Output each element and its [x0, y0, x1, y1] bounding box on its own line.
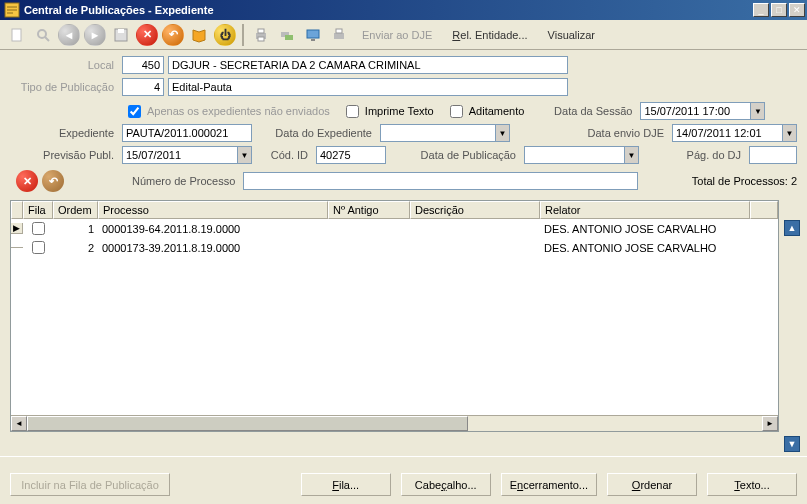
delete-icon[interactable]: ✕ [136, 24, 158, 46]
cell-n-antigo [328, 238, 410, 257]
previsao-publ-combo[interactable]: ▼ [122, 146, 252, 164]
tipo-publicacao-label: Tipo de Publicação [10, 81, 118, 93]
apenas-nao-enviados-checkbox[interactable] [128, 105, 141, 118]
col-ordem[interactable]: Ordem [53, 201, 98, 219]
chevron-down-icon[interactable]: ▼ [782, 124, 797, 142]
tipo-pub-desc[interactable] [168, 78, 568, 96]
numero-processo-label: Número de Processo [132, 175, 239, 187]
print-queue-icon[interactable] [276, 24, 298, 46]
svg-rect-12 [311, 39, 315, 41]
svg-line-3 [45, 37, 49, 41]
cell-descricao [410, 219, 540, 238]
svg-rect-11 [307, 30, 319, 38]
imprime-texto-checkbox[interactable] [346, 105, 359, 118]
data-expediente-input[interactable] [380, 124, 495, 142]
close-button[interactable]: ✕ [789, 3, 805, 17]
data-publicacao-combo[interactable]: ▼ [524, 146, 639, 164]
cell-ordem: 2 [53, 238, 98, 257]
texto-button[interactable]: Texto... [707, 473, 797, 496]
maximize-button[interactable]: □ [771, 3, 787, 17]
col-processo[interactable]: Processo [98, 201, 328, 219]
tipo-pub-code[interactable] [122, 78, 164, 96]
titlebar: Central de Publicações - Expediente _ □ … [0, 0, 807, 20]
fila-checkbox[interactable] [32, 222, 45, 235]
pag-dj-input[interactable] [749, 146, 797, 164]
print2-icon[interactable] [328, 24, 350, 46]
chevron-down-icon[interactable]: ▼ [750, 102, 765, 120]
svg-rect-10 [285, 35, 293, 40]
scroll-right-icon[interactable]: ► [762, 416, 778, 431]
forward-icon[interactable]: ► [84, 24, 106, 46]
data-expediente-combo[interactable]: ▼ [380, 124, 510, 142]
rel-entidade-link[interactable]: Rel. Entidade... [444, 29, 535, 41]
local-code[interactable] [122, 56, 164, 74]
cod-id-label: Cód. ID [256, 149, 312, 161]
search-icon[interactable] [32, 24, 54, 46]
fila-checkbox[interactable] [32, 241, 45, 254]
minimize-button[interactable]: _ [753, 3, 769, 17]
fila-button[interactable]: Fila... [301, 473, 391, 496]
aditamento-checkbox[interactable] [450, 105, 463, 118]
col-n-antigo[interactable]: Nº Antigo [328, 201, 410, 219]
cod-id-input[interactable] [316, 146, 386, 164]
cell-n-antigo [328, 219, 410, 238]
table-row[interactable]: 2 0000173-39.2011.8.19.0000 DES. ANTONIO… [11, 238, 778, 257]
book-icon[interactable] [188, 24, 210, 46]
svg-rect-1 [12, 29, 21, 41]
chevron-down-icon[interactable]: ▼ [495, 124, 510, 142]
data-envio-dje-input[interactable] [672, 124, 782, 142]
previsao-publ-input[interactable] [122, 146, 237, 164]
cell-ordem: 1 [53, 219, 98, 238]
visualizar-link[interactable]: Visualizar [540, 29, 604, 41]
svg-rect-7 [258, 29, 264, 33]
col-spacer [750, 201, 778, 219]
numero-processo-input[interactable] [243, 172, 638, 190]
new-icon[interactable] [6, 24, 28, 46]
chevron-down-icon[interactable]: ▼ [624, 146, 639, 164]
grid-undo-button[interactable]: ↶ [42, 170, 64, 192]
power-icon[interactable]: ⏻ [214, 24, 236, 46]
svg-rect-13 [334, 33, 344, 39]
cabecalho-button[interactable]: Cabeçalho... [401, 473, 491, 496]
nav-down-icon[interactable]: ▼ [784, 436, 800, 452]
chevron-down-icon[interactable]: ▼ [237, 146, 252, 164]
data-publicacao-input[interactable] [524, 146, 624, 164]
incluir-fila-button: Incluir na Fila de Publicação [10, 473, 170, 496]
data-envio-dje-combo[interactable]: ▼ [672, 124, 797, 142]
monitor-icon[interactable] [302, 24, 324, 46]
grid-delete-button[interactable]: ✕ [16, 170, 38, 192]
expediente-label: Expediente [10, 127, 118, 139]
app-icon [4, 2, 20, 18]
col-descricao[interactable]: Descrição [410, 201, 540, 219]
local-desc[interactable] [168, 56, 568, 74]
data-sessao-combo[interactable]: ▼ [640, 102, 765, 120]
data-expediente-label: Data do Expediente [256, 127, 376, 139]
svg-rect-5 [118, 29, 124, 33]
ordenar-button[interactable]: Ordenar [607, 473, 697, 496]
cell-processo: 0000173-39.2011.8.19.0000 [98, 238, 328, 257]
window-title: Central de Publicações - Expediente [24, 4, 214, 16]
horizontal-scrollbar[interactable]: ◄ ► [11, 415, 778, 431]
local-label: Local [10, 59, 118, 71]
nav-up-icon[interactable]: ▲ [784, 220, 800, 236]
data-sessao-input[interactable] [640, 102, 750, 120]
data-envio-dje-label: Data envio DJE [514, 127, 668, 139]
back-icon[interactable]: ◄ [58, 24, 80, 46]
total-processos-label: Total de Processos: 2 [692, 175, 797, 187]
processo-grid: Fila Ordem Processo Nº Antigo Descrição … [10, 200, 779, 432]
save-icon[interactable] [110, 24, 132, 46]
row-indicator-icon: ▶ [11, 223, 23, 234]
col-relator[interactable]: Relator [540, 201, 750, 219]
scroll-thumb[interactable] [27, 416, 468, 431]
undo-icon[interactable]: ↶ [162, 24, 184, 46]
table-row[interactable]: ▶ 1 0000139-64.2011.8.19.0000 DES. ANTON… [11, 219, 778, 238]
encerramento-button[interactable]: Encerramento... [501, 473, 597, 496]
col-fila[interactable]: Fila [23, 201, 53, 219]
scroll-left-icon[interactable]: ◄ [11, 416, 27, 431]
svg-rect-8 [258, 37, 264, 41]
expediente-input[interactable] [122, 124, 252, 142]
cell-processo: 0000139-64.2011.8.19.0000 [98, 219, 328, 238]
print-icon[interactable] [250, 24, 272, 46]
data-publicacao-label: Data de Publicação [390, 149, 520, 161]
svg-rect-14 [336, 29, 342, 33]
